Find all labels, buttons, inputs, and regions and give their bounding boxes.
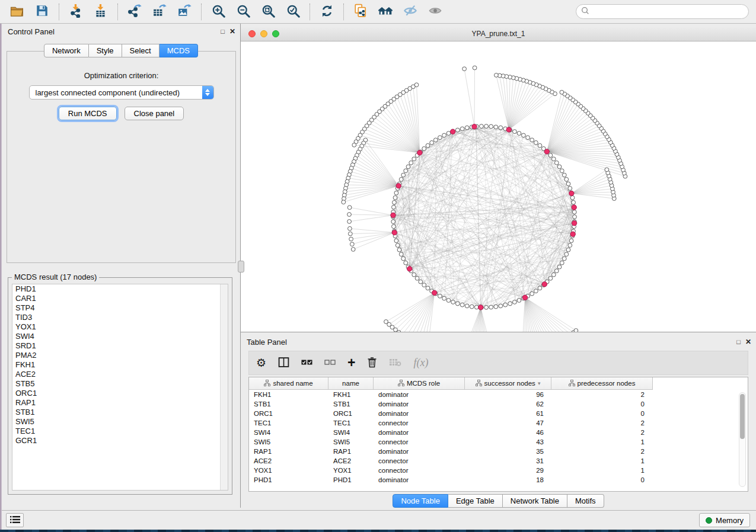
table-row[interactable]: TEC1TEC1connector472	[249, 418, 748, 428]
export-image-button[interactable]	[172, 2, 197, 22]
run-mcds-button[interactable]: Run MCDS	[59, 107, 117, 120]
table-cell: 31	[465, 457, 551, 464]
automation-panel-button[interactable]	[6, 513, 24, 527]
result-item[interactable]: YOX1	[12, 322, 228, 332]
result-item[interactable]: SRD1	[12, 341, 228, 351]
table-scrollbar[interactable]	[739, 392, 746, 487]
column-header[interactable]: name	[328, 377, 374, 389]
column-header[interactable]: MCDS role	[374, 377, 465, 389]
tab-network[interactable]: Network	[44, 44, 89, 57]
table-row[interactable]: PHD1PHD1dominator180	[249, 475, 748, 485]
table-cell: 0	[551, 476, 652, 483]
result-item[interactable]: ACE2	[12, 370, 228, 379]
zoom-in-button[interactable]	[206, 2, 231, 22]
float-panel-icon[interactable]: □	[736, 339, 741, 345]
search-box[interactable]	[576, 4, 749, 19]
export-table-button[interactable]	[147, 2, 172, 22]
result-item[interactable]: GCR1	[12, 436, 228, 446]
gear-icon: ⚙	[256, 357, 266, 368]
mcds-panel: Optimization criterion: largest connecte…	[7, 51, 236, 263]
table-row[interactable]: ORC1ORC1dominator610	[249, 409, 748, 418]
open-file-button[interactable]	[5, 2, 30, 22]
add-column-button[interactable]: +	[347, 357, 355, 368]
home-button[interactable]	[373, 2, 398, 22]
float-panel-icon[interactable]: □	[221, 28, 225, 35]
table-cell: 43	[465, 438, 551, 446]
memory-button[interactable]: Memory	[699, 513, 750, 527]
table-settings-button[interactable]: ⚙	[256, 357, 266, 368]
result-item[interactable]: PMA2	[12, 351, 228, 360]
memory-status-dot	[706, 517, 712, 524]
network-canvas[interactable]	[241, 41, 756, 332]
table-cell: SWI5	[328, 438, 374, 446]
refresh-button[interactable]	[314, 2, 339, 22]
export-network-button[interactable]	[122, 2, 147, 22]
result-item[interactable]: CAR1	[12, 294, 228, 303]
table-cell: 47	[465, 419, 551, 427]
save-session-button[interactable]	[30, 2, 55, 22]
deselect-all-button[interactable]	[324, 358, 336, 368]
import-table-button[interactable]	[88, 2, 113, 22]
splitter-handle[interactable]	[238, 261, 244, 273]
result-item[interactable]: SWI4	[12, 332, 228, 341]
table-row[interactable]: STB1STB1dominator620	[249, 399, 748, 409]
sort-descending-icon[interactable]: ▾	[538, 380, 541, 386]
tab-select[interactable]: Select	[122, 44, 160, 57]
result-item[interactable]: SWI5	[12, 417, 228, 427]
column-header[interactable]: successor nodes▾	[465, 377, 551, 389]
houses-icon	[378, 4, 393, 19]
table-scrollbar-thumb[interactable]	[740, 394, 745, 439]
tab-edge-table[interactable]: Edge Table	[448, 494, 503, 508]
optimization-select-value: largest connected component (undirected)	[30, 88, 202, 97]
show-columns-button[interactable]	[278, 357, 289, 370]
result-item[interactable]: PHD1	[12, 284, 228, 294]
optimization-select[interactable]: largest connected component (undirected)	[29, 85, 214, 100]
table-row[interactable]: RAP1RAP1dominator352	[249, 447, 748, 456]
tab-mcds[interactable]: MCDS	[160, 44, 198, 57]
table-cell: YOX1	[328, 467, 374, 474]
result-item[interactable]: STB1	[12, 408, 228, 417]
open-folder-icon	[10, 5, 24, 19]
delete-column-button[interactable]	[367, 357, 377, 370]
zoom-fit-button[interactable]	[256, 2, 280, 22]
tab-network-table[interactable]: Network Table	[503, 494, 567, 508]
show-all-button[interactable]	[423, 2, 448, 22]
result-item[interactable]: STB5	[12, 379, 228, 389]
hide-selected-button[interactable]	[398, 2, 423, 22]
close-panel-button[interactable]: Close panel	[125, 107, 184, 120]
select-stepper-icon[interactable]	[202, 86, 213, 99]
column-header[interactable]: shared name	[249, 377, 328, 389]
result-scrollbar[interactable]	[220, 284, 228, 490]
zoom-selected-icon	[286, 4, 300, 20]
close-panel-icon[interactable]: ✕	[745, 338, 751, 345]
result-item[interactable]: FKH1	[12, 360, 228, 370]
eye-slash-icon	[403, 4, 417, 19]
tab-node-table[interactable]: Node Table	[393, 494, 448, 508]
result-item[interactable]: TID3	[12, 313, 228, 322]
result-item[interactable]: RAP1	[12, 398, 228, 408]
duplicate-network-button[interactable]	[348, 2, 373, 22]
zoom-selected-button[interactable]	[280, 2, 305, 22]
result-item[interactable]: ORC1	[12, 389, 228, 398]
apply-function-button[interactable]: f(x)	[413, 357, 428, 369]
table-row[interactable]: FKH1FKH1dominator962	[249, 390, 748, 399]
table-row[interactable]: SWI4SWI4dominator462	[249, 428, 748, 437]
toolbar-separator	[201, 4, 202, 20]
result-item[interactable]: STP4	[12, 303, 228, 313]
table-cell: STB1	[249, 400, 328, 408]
tab-style[interactable]: Style	[89, 44, 122, 57]
select-all-button[interactable]	[301, 358, 312, 368]
import-network-button[interactable]	[63, 2, 88, 22]
column-header[interactable]: predecessor nodes	[551, 377, 652, 389]
close-panel-icon[interactable]: ✕	[229, 28, 235, 35]
table-row[interactable]: ACE2ACE2connector311	[249, 456, 748, 466]
export-image-icon	[177, 4, 192, 20]
table-row[interactable]: SWI5SWI5connector431	[249, 437, 748, 447]
zoom-out-button[interactable]	[231, 2, 256, 22]
tab-motifs[interactable]: Motifs	[567, 494, 604, 508]
table-row[interactable]: YOX1YOX1connector291	[249, 466, 748, 475]
network-graph[interactable]	[241, 41, 755, 332]
result-item[interactable]: TEC1	[12, 427, 228, 436]
clear-table-button[interactable]	[389, 358, 401, 368]
search-input[interactable]	[592, 7, 744, 17]
